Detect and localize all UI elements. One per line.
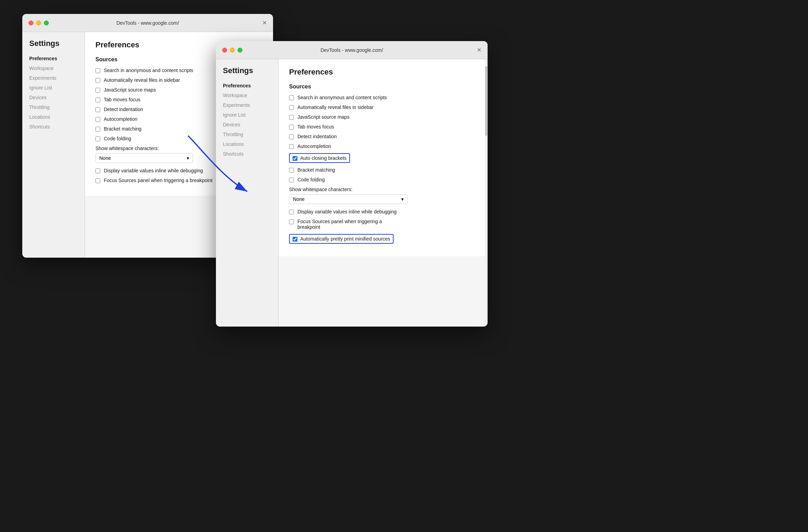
sidebar-settings-title-1: Settings	[22, 39, 85, 54]
subsection-title-2: Sources	[289, 84, 481, 90]
checkbox-row-2-2: JavaScript source maps	[289, 114, 481, 120]
window-title-1: DevTools - www.google.com/	[116, 20, 179, 26]
sidebar-item-ignorelist-1[interactable]: Ignore List	[22, 83, 85, 93]
checkbox-2-extra-1[interactable]	[289, 219, 294, 224]
checkbox-row-2-extra-1: Focus Sources panel when triggering abre…	[289, 219, 481, 230]
checkbox-label-1-6: Bracket matching	[104, 126, 141, 132]
main-content-2: Preferences Sources Search in anonymous …	[279, 59, 488, 256]
checkbox-label-2-extra-0: Display variable values inline while deb…	[297, 209, 397, 214]
main-content-wrapper-2: Preferences Sources Search in anonymous …	[279, 59, 488, 327]
checkbox-1-extra-1[interactable]	[95, 178, 100, 183]
sidebar-item-ignorelist-2[interactable]: Ignore List	[216, 110, 278, 120]
titlebar-2: DevTools - www.google.com/ ✕	[216, 41, 488, 59]
checkbox-1-extra-0[interactable]	[95, 169, 100, 173]
sidebar-item-preferences-1[interactable]: Preferences	[22, 54, 85, 63]
minimize-button-1[interactable]	[36, 21, 41, 25]
sidebar-item-devices-2[interactable]: Devices	[216, 120, 278, 130]
scrollbar-thumb-2[interactable]	[485, 66, 487, 136]
sidebar-item-locations-2[interactable]: Locations	[216, 139, 278, 149]
dropdown-select-1[interactable]: None ▾	[95, 153, 193, 163]
checkbox-2-4[interactable]	[289, 134, 294, 139]
auto-closing-highlight-box: Auto closing brackets	[289, 153, 350, 163]
checkbox-label-1-extra-1: Focus Sources panel when triggering a br…	[104, 178, 212, 183]
checkbox-2-extra-0[interactable]	[289, 210, 294, 214]
sidebar-item-throttling-1[interactable]: Throttling	[22, 102, 85, 112]
checkbox-1-7[interactable]	[95, 136, 100, 141]
sidebar-item-locations-1[interactable]: Locations	[22, 112, 85, 122]
scrollbar-track-2	[485, 59, 488, 327]
checkbox-row-2-8: Code folding	[289, 177, 481, 182]
checkbox-1-6[interactable]	[95, 127, 100, 132]
traffic-lights-1	[29, 21, 49, 25]
close-button-1[interactable]	[29, 21, 33, 25]
checkbox-2-7[interactable]	[289, 168, 294, 173]
maximize-button-1[interactable]	[44, 21, 49, 25]
sidebar-item-shortcuts-1[interactable]: Shortcuts	[22, 122, 85, 132]
checkbox-label-1-7: Code folding	[104, 136, 131, 141]
checkbox-row-2-1: Automatically reveal files in sidebar	[289, 104, 481, 110]
checkbox-label-2-pretty-print: Automatically pretty print minified sour…	[300, 236, 390, 242]
sidebar-item-preferences-2[interactable]: Preferences	[216, 81, 278, 91]
checkbox-label-1-3: Tab moves focus	[104, 97, 140, 102]
checkbox-label-1-extra-0: Display variable values inline while deb…	[104, 168, 203, 173]
checkbox-label-1-2: JavaScript source maps	[104, 87, 156, 93]
checkbox-1-5[interactable]	[95, 117, 100, 122]
checkbox-2-0[interactable]	[289, 95, 294, 100]
checkbox-2-auto-closing[interactable]	[293, 156, 297, 161]
checkbox-row-2-7: Bracket matching	[289, 167, 481, 173]
checkbox-row-2-3: Tab moves focus	[289, 124, 481, 130]
checkbox-2-pretty-print[interactable]	[293, 237, 297, 242]
sidebar-item-devices-1[interactable]: Devices	[22, 93, 85, 102]
checkbox-2-1[interactable]	[289, 105, 294, 110]
checkbox-row-2-0: Search in anonymous and content scripts	[289, 95, 481, 100]
checkbox-row-2-4: Detect indentation	[289, 134, 481, 139]
checkbox-label-1-1: Automatically reveal files in sidebar	[104, 77, 180, 83]
close-icon-1[interactable]: ✕	[262, 20, 267, 26]
titlebar-1: DevTools - www.google.com/ ✕	[22, 14, 273, 32]
pretty-print-highlight-box: Automatically pretty print minified sour…	[289, 234, 394, 244]
sidebar-item-throttling-2[interactable]: Throttling	[216, 130, 278, 139]
checkbox-label-2-extra-1: Focus Sources panel when triggering abre…	[297, 219, 382, 230]
section-title-2: Preferences	[289, 68, 481, 77]
checkbox-row-2-extra-0: Display variable values inline while deb…	[289, 209, 481, 214]
checkbox-2-5[interactable]	[289, 144, 294, 149]
checkbox-label-1-4: Detect indentation	[104, 107, 143, 112]
checkbox-2-8[interactable]	[289, 178, 294, 182]
checkbox-label-2-0: Search in anonymous and content scripts	[297, 95, 387, 100]
minimize-button-2[interactable]	[230, 48, 235, 53]
devtools-window-2: DevTools - www.google.com/ ✕ Settings Pr…	[216, 41, 488, 327]
checkbox-1-4[interactable]	[95, 107, 100, 112]
sidebar-item-workspace-1[interactable]: Workspace	[22, 63, 85, 73]
traffic-lights-2	[222, 48, 242, 53]
checkbox-label-2-2: JavaScript source maps	[297, 114, 349, 120]
chevron-down-icon-1: ▾	[187, 155, 189, 161]
checkbox-1-1[interactable]	[95, 78, 100, 83]
dropdown-select-2[interactable]: None ▾	[289, 194, 407, 204]
sidebar-item-workspace-2[interactable]: Workspace	[216, 91, 278, 100]
checkbox-row-2-pretty-print: Automatically pretty print minified sour…	[289, 234, 481, 244]
checkbox-label-2-1: Automatically reveal files in sidebar	[297, 104, 374, 110]
sidebar-item-shortcuts-2[interactable]: Shortcuts	[216, 149, 278, 159]
checkbox-row-2-auto-closing: Auto closing brackets	[289, 153, 481, 163]
checkbox-label-2-auto-closing: Auto closing brackets	[300, 155, 347, 161]
checkbox-row-2-5: Autocompletion	[289, 143, 481, 149]
sidebar-settings-title-2: Settings	[216, 66, 278, 81]
checkbox-1-2[interactable]	[95, 88, 100, 93]
checkbox-label-2-8: Code folding	[297, 177, 325, 182]
sidebar-2: Settings Preferences Workspace Experimen…	[216, 59, 279, 327]
close-button-2[interactable]	[222, 48, 227, 53]
maximize-button-2[interactable]	[238, 48, 242, 53]
checkbox-2-3[interactable]	[289, 125, 294, 130]
checkbox-1-0[interactable]	[95, 68, 100, 73]
sidebar-item-experiments-1[interactable]: Experiments	[22, 73, 85, 83]
dropdown-row-2: Show whitespace characters: None ▾	[289, 187, 481, 204]
window-title-2: DevTools - www.google.com/	[320, 47, 383, 53]
dropdown-value-2: None	[293, 196, 304, 202]
checkbox-2-2[interactable]	[289, 115, 294, 120]
dropdown-label-2: Show whitespace characters:	[289, 187, 481, 192]
sidebar-item-experiments-2[interactable]: Experiments	[216, 100, 278, 110]
sidebar-1: Settings Preferences Workspace Experimen…	[22, 32, 85, 258]
checkbox-label-2-7: Bracket matching	[297, 167, 335, 173]
close-icon-2[interactable]: ✕	[477, 47, 481, 53]
checkbox-1-3[interactable]	[95, 97, 100, 102]
